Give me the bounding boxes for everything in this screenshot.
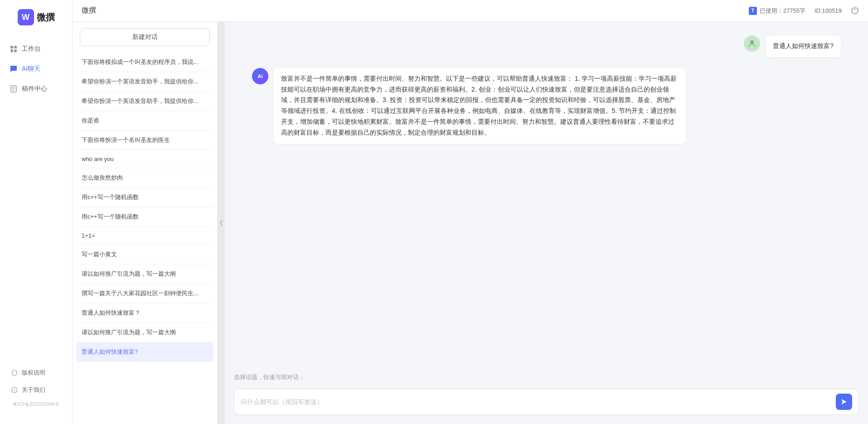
usage-info: T 已使用：27755字	[749, 7, 805, 15]
svg-rect-2	[10, 49, 13, 52]
power-icon[interactable]	[851, 6, 859, 16]
user-avatar	[744, 35, 760, 52]
sidebar-item-ai-chat[interactable]: AI聊天	[0, 59, 72, 79]
header-right: T 已使用：27755字 ID:100519	[749, 6, 859, 16]
sidebar-aichat-label: AI聊天	[22, 65, 40, 73]
chat-messages: 普通人如何快速致富?Ai致富并不是一件简单的事情，需要付出时间、努力和智慧。以下…	[225, 22, 868, 369]
chat-history-item[interactable]: 普通人如何快速致富？	[76, 303, 213, 323]
chat-sidebar: 新建对话 下面你将模拟成一个叫圣友的程序员，我说...希望你扮演一个英语发音助手…	[73, 22, 218, 424]
icp-number: 粤ICP备2021016946号	[5, 399, 68, 410]
message-bubble: 普通人如何快速致富?	[766, 35, 841, 57]
svg-rect-0	[10, 46, 13, 49]
quick-topics-label: 选择话题，快速与我对话：	[225, 369, 868, 384]
send-icon	[840, 398, 848, 405]
top-header: 微撰 T 已使用：27755字 ID:100519	[73, 0, 868, 22]
chat-input-area	[225, 384, 868, 424]
main-area: 微撰 T 已使用：27755字 ID:100519 新建对话 下	[73, 0, 868, 424]
chat-history-list: 下面你将模拟成一个叫圣友的程序员，我说...希望你扮演一个英语发音助手，我提供给…	[73, 53, 217, 424]
chat-history-item[interactable]: who are you	[76, 150, 213, 168]
chat-history-item[interactable]: 下面你将模拟成一个叫圣友的程序员，我说...	[76, 53, 213, 72]
chat-history-item[interactable]: 普通人如何快速致富?	[76, 342, 213, 362]
sidebar-item-workbench[interactable]: 工作台	[0, 39, 72, 59]
message-row: Ai致富并不是一件简单的事情，需要付出时间、努力和智慧。以下是一些建议，可以帮助…	[252, 68, 841, 144]
id-label: ID:100519	[815, 7, 842, 14]
svg-rect-3	[14, 49, 17, 52]
chat-history-item[interactable]: 希望你扮演一个英语发音助手，我提供给你...	[76, 92, 213, 111]
svg-point-11	[750, 40, 754, 44]
send-button[interactable]	[836, 394, 852, 410]
shield-icon	[11, 369, 18, 376]
chat-history-item[interactable]: 希望你扮演一个英语发音助手，我提供给你...	[76, 72, 213, 92]
content-row: 新建对话 下面你将模拟成一个叫圣友的程序员，我说...希望你扮演一个英语发音助手…	[73, 22, 868, 424]
chat-history-item[interactable]: 你是谁	[76, 111, 213, 131]
chat-main: 普通人如何快速致富?Ai致富并不是一件简单的事情，需要付出时间、努力和智慧。以下…	[225, 22, 868, 424]
chat-history-item[interactable]: 用c++写一个随机函数	[76, 188, 213, 207]
svg-point-10	[14, 388, 15, 389]
sidebar-item-copyright[interactable]: 版权说明	[5, 364, 68, 381]
sidebar-item-drafts[interactable]: 稿件中心	[0, 79, 72, 99]
chat-history-item[interactable]: 请以如何推广引流为题，写一篇大纲	[76, 323, 213, 342]
ai-avatar: Ai	[252, 68, 268, 84]
usage-label: 已使用：27755字	[760, 7, 805, 15]
new-chat-button[interactable]: 新建对话	[80, 28, 210, 46]
sidebar-drafts-label: 稿件中心	[22, 85, 47, 93]
chat-input[interactable]	[241, 396, 836, 407]
header-title: 微撰	[82, 6, 96, 15]
chat-history-item[interactable]: 怎么做孜然炒肉	[76, 168, 213, 188]
svg-rect-1	[14, 46, 17, 49]
chat-history-item[interactable]: 下面你将扮演一个名叫圣友的医生	[76, 131, 213, 150]
grid-icon	[9, 44, 18, 54]
chat-icon	[9, 64, 18, 73]
message-row: 普通人如何快速致富?	[252, 35, 841, 57]
chat-history-item[interactable]: 写一篇小黄文	[76, 245, 213, 264]
sidebar-workbench-label: 工作台	[22, 45, 41, 53]
logo-icon: W	[18, 9, 34, 25]
chat-history-item[interactable]: 请以如何推广引流为题，写一篇大纲	[76, 264, 213, 284]
chat-history-item[interactable]: 撰写一篇关于八大家花园社区一刻钟便民生...	[76, 284, 213, 303]
chat-input-box	[234, 389, 859, 415]
sidebar-toggle-button[interactable]	[218, 22, 225, 424]
chat-history-item[interactable]: 用c++写一个随机函数	[76, 207, 213, 227]
about-label: 关于我们	[22, 386, 45, 394]
copyright-label: 版权说明	[22, 369, 45, 377]
left-sidebar: W 微撰 工作台 AI聊天	[0, 0, 73, 424]
token-icon: T	[749, 7, 757, 15]
info-icon	[11, 386, 18, 394]
logo-text: 微撰	[37, 11, 55, 24]
chat-history-item[interactable]: 1+1=	[76, 227, 213, 245]
logo-area: W 微撰	[18, 9, 55, 25]
message-bubble: 致富并不是一件简单的事情，需要付出时间、努力和智慧。以下是一些建议，可以帮助普通…	[274, 68, 686, 144]
sidebar-item-about[interactable]: 关于我们	[5, 381, 68, 399]
sidebar-bottom: 版权说明 关于我们 粤ICP备2021016946号	[0, 364, 72, 415]
document-icon	[9, 84, 18, 93]
